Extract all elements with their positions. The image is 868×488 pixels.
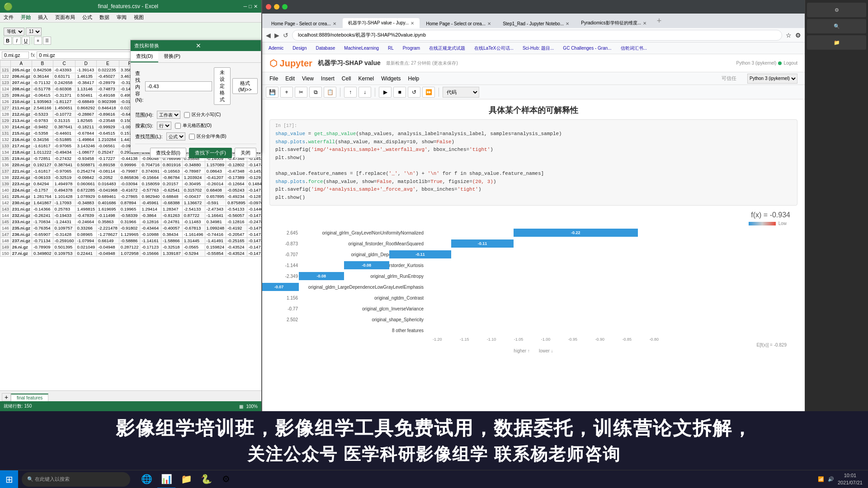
cell-data[interactable]: 1.641867 [32, 200, 53, 206]
cell-data[interactable]: 0.109757 [53, 225, 75, 231]
add-cell-btn[interactable]: + [280, 87, 293, 98]
cell-data[interactable]: 1.011222 [32, 149, 53, 155]
cell-data[interactable]: -0.79987 [119, 168, 140, 174]
sidebar-btn-3[interactable]: 📁 [807, 35, 866, 50]
bookmark-latex[interactable]: 在线LaTeX公司话... [472, 44, 516, 52]
bookmark-database[interactable]: Database [313, 45, 338, 52]
cell-data[interactable]: 0.08965 [75, 231, 97, 238]
code-cell[interactable]: In [17]: shap_value = get_shap_value(sha… [269, 119, 797, 206]
cell-data[interactable]: -1.161496 [182, 231, 205, 238]
cell-data[interactable]: -0.32519 [53, 174, 75, 181]
cell-data[interactable]: 1.619695 [97, 206, 119, 212]
cell-data[interactable]: 0.08643 [205, 168, 226, 174]
cell-data[interactable]: -0.56057 [226, 212, 247, 219]
cell-data[interactable]: -0.5323 [32, 111, 53, 117]
cell-a[interactable]: 235.ni.gz [10, 225, 32, 231]
cell-data[interactable]: 3.143246 [75, 143, 97, 149]
sidebar-btn-1[interactable]: ⚙ [807, 3, 866, 17]
range-select[interactable]: 工作表 [157, 111, 180, 119]
underline-btn[interactable]: U [22, 37, 30, 45]
cell-data[interactable]: 2.546166 [32, 105, 53, 111]
cell-data[interactable]: -1.14161 [140, 238, 161, 244]
cell-data[interactable]: -1.278627 [97, 231, 119, 238]
cell-data[interactable]: -0.57763 [140, 187, 161, 193]
address-input[interactable] [292, 30, 782, 41]
cell-data[interactable]: -0.93458 [75, 155, 97, 162]
align-left-btn[interactable]: ≡ [34, 37, 42, 45]
cell-data[interactable]: -1.61817 [32, 168, 53, 174]
cell-a[interactable]: 215.ni.gz [10, 130, 32, 136]
jmenu-cell[interactable]: Cell [342, 75, 351, 82]
cell-data[interactable]: 1.099248 [205, 225, 226, 231]
cell-data[interactable]: -0.47839 [75, 212, 97, 219]
cell-data[interactable]: -0.45961 [140, 200, 161, 206]
cell-data[interactable]: 0.192127 [32, 162, 53, 168]
cell-data[interactable]: -0.14733 [247, 212, 261, 219]
cell-data[interactable]: -0.08114 [97, 168, 119, 174]
cell-data[interactable]: -1.16641 [205, 212, 226, 219]
cell-data[interactable]: -0.15666 [140, 250, 161, 257]
cell-data[interactable]: -0.51885 [53, 136, 75, 143]
cell-data[interactable]: -0.78987 [182, 168, 205, 174]
cell-data[interactable]: 1.203924 [182, 174, 205, 181]
fontsize-selector[interactable]: 11 [26, 28, 42, 36]
cell-data[interactable]: 0.508871 [75, 162, 97, 168]
cell-data[interactable]: 0.35863 [97, 219, 119, 225]
cell-data[interactable]: 0.842508 [32, 67, 53, 73]
menu-home[interactable]: 开始 [19, 14, 33, 21]
sidebar-btn-2[interactable]: 🔍 [807, 19, 866, 33]
cell-data[interactable]: -0.78909 [32, 244, 53, 250]
cell-data[interactable]: -0.09842 [75, 174, 97, 181]
menu-formula[interactable]: 公式 [80, 14, 94, 21]
cell-data[interactable]: -0.30495 [182, 181, 205, 187]
cell-data[interactable]: 0.689461 [97, 193, 119, 200]
cell-data[interactable]: 0.868292 [75, 105, 97, 111]
cell-data[interactable]: -0.43524 [226, 244, 247, 250]
cell-data[interactable]: -0.24781 [161, 219, 183, 225]
cell-data[interactable]: 0.20157 [161, 181, 183, 187]
cell-data[interactable]: -1.39143 [75, 67, 97, 73]
cell-data[interactable]: -0.259160 [53, 238, 75, 244]
dialog-close-btn[interactable]: ✕ [196, 42, 257, 49]
jmenu-view[interactable]: View [302, 75, 314, 82]
cell-data[interactable]: -0.41672 [119, 187, 140, 193]
cell-data[interactable]: -0.03094 [119, 181, 140, 187]
cell-data[interactable]: 0.060661 [75, 181, 97, 187]
save-toolbar-btn[interactable]: 💾 [266, 87, 278, 98]
cell-data[interactable]: 0.865836 [119, 174, 140, 181]
display-mode-btn[interactable]: ▦ [239, 404, 243, 409]
cell-a[interactable]: 26.ni.gz [10, 244, 32, 250]
menu-review[interactable]: 审阅 [115, 14, 128, 21]
extensions-btn[interactable]: ⚙ [795, 32, 801, 39]
cell-data[interactable]: -0.97065 [53, 168, 75, 174]
cell-data[interactable]: -0.14733 [247, 238, 261, 244]
cell-data[interactable]: 1.078929 [75, 193, 97, 200]
cell-data[interactable]: 0.38434 [161, 231, 183, 238]
cell-data[interactable]: -0.97065 [53, 143, 75, 149]
cell-data[interactable]: -0.00437 [182, 193, 205, 200]
bookmark-btn[interactable]: ☆ [786, 32, 792, 39]
cell-data[interactable]: -0.15664 [140, 174, 161, 181]
cell-data[interactable]: 0.242658 [53, 80, 75, 86]
cell-a[interactable]: 237.ni.gz [10, 238, 32, 244]
cell-data[interactable]: 0.657895 [205, 193, 226, 200]
cell-data[interactable]: -0.31428 [53, 231, 75, 238]
maximize-window-btn[interactable] [282, 4, 288, 9]
cell-data[interactable]: -0.58339 [119, 212, 140, 219]
cell-data[interactable]: -0.76354 [32, 225, 53, 231]
cell-a[interactable]: 27.ni.gz [10, 250, 32, 257]
cell-a[interactable]: 225.ni.gz [10, 193, 32, 200]
new-tab-btn[interactable]: + [653, 14, 665, 27]
cell-data[interactable]: -0.11483 [182, 219, 205, 225]
cell-data[interactable]: -1.49864 [75, 136, 97, 143]
taskbar-search[interactable]: 🔍 在此键入以搜索 [22, 472, 130, 487]
cell-a[interactable]: 211.ni.gz [10, 105, 32, 111]
cell-data[interactable]: -1.17093 [53, 200, 75, 206]
cell-data[interactable]: -0.5358 [32, 130, 53, 136]
move-down-btn[interactable]: ↓ [359, 87, 371, 98]
bold-btn[interactable]: B [4, 37, 12, 45]
cell-data[interactable]: 1.129965 [119, 231, 140, 238]
cell-data[interactable]: -0.68388 [161, 200, 183, 206]
cell-data[interactable]: -1.07994 [75, 238, 97, 244]
cell-data[interactable]: 0.022235 [97, 67, 119, 73]
